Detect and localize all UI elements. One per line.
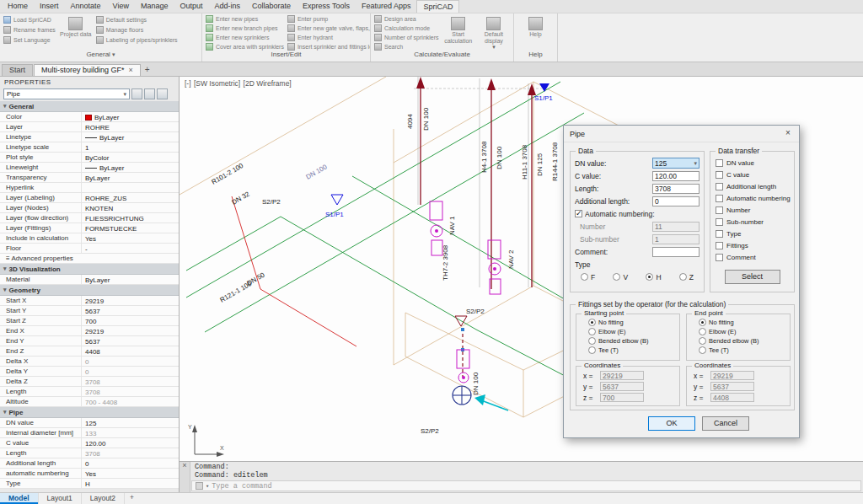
viewport-view-control[interactable]: [SW Isometric] <box>194 79 240 88</box>
add-layout-button[interactable]: + <box>125 493 139 504</box>
default-settings-button[interactable]: Default settings <box>96 15 178 24</box>
calculation-mode-button[interactable]: Calculation mode <box>374 24 439 33</box>
transfer-c-value[interactable]: C value <box>710 169 794 180</box>
labeling-button[interactable]: Labeling of pipes/sprinklers <box>96 35 178 45</box>
start-bended-elbow-radio[interactable]: Bended elbow (B) <box>588 336 679 346</box>
select-objects-button[interactable] <box>144 88 155 99</box>
ribbon-tab-spricad[interactable]: SpriCAD <box>416 0 459 13</box>
doc-tab-close-icon[interactable]: × <box>129 66 133 74</box>
ok-button[interactable]: OK <box>648 416 695 431</box>
rename-frames-button[interactable]: Rename frames <box>3 25 56 35</box>
start-tee-radio[interactable]: Tee (T) <box>588 346 679 355</box>
dialog-close-icon[interactable]: × <box>777 126 799 142</box>
ribbon-tab-featured-apps[interactable]: Featured Apps <box>356 0 417 13</box>
design-area-button[interactable]: Design area <box>374 15 439 24</box>
load-spricad-button[interactable]: Load SpriCAD <box>3 15 56 24</box>
enter-gate-valve-button[interactable]: Enter new gate valve, flaps, valves <box>287 24 370 33</box>
end-tee-radio[interactable]: Tee (T) <box>699 346 790 355</box>
starting-point-group: Starting point No fitting Elbow (E) Bend… <box>576 314 680 361</box>
pipe-label: DN 100 <box>472 372 480 395</box>
section-header-3d-visualization[interactable]: ▾3D Visualization <box>0 264 179 275</box>
transfer-comment[interactable]: Comment <box>710 251 794 263</box>
section-header-geometry[interactable]: ▾Geometry <box>0 285 179 296</box>
ribbon-tab-manage[interactable]: Manage <box>135 0 174 13</box>
doc-tab-active[interactable]: Multi-storey building GF* × <box>34 64 141 76</box>
end-elbow-radio[interactable]: Elbow (E) <box>699 327 790 336</box>
length-field[interactable]: 3708 <box>652 184 700 194</box>
transfer-number[interactable]: Number <box>710 204 794 216</box>
additional-length-field[interactable]: 0 <box>652 196 700 206</box>
type-radio-h[interactable]: H <box>646 273 661 281</box>
automatic-numbering-checkbox[interactable] <box>575 210 582 217</box>
set-language-button[interactable]: Set Language <box>3 35 56 45</box>
ribbon-tab-annotate[interactable]: Annotate <box>65 0 107 13</box>
advanced-properties-row[interactable]: ≡ Advanced properties <box>0 254 179 264</box>
y-label: y = <box>583 383 597 391</box>
type-radio-v[interactable]: V <box>613 273 628 281</box>
object-type-dropdown[interactable]: Pipe ▾ <box>3 88 130 99</box>
quick-select-button[interactable] <box>157 88 168 99</box>
dialog-title-bar[interactable]: Pipe × <box>564 126 799 142</box>
comment-field[interactable] <box>652 247 700 257</box>
type-radio-z[interactable]: Z <box>679 273 694 281</box>
ribbon-tab-express-tools[interactable]: Express Tools <box>297 0 356 13</box>
section-header-general[interactable]: ▾General <box>0 101 179 112</box>
enter-new-pipes-button[interactable]: Enter new pipes <box>206 15 284 24</box>
dn-value-dropdown[interactable]: 125▾ <box>652 158 700 169</box>
transfer-subnumber[interactable]: Sub-number <box>710 216 794 228</box>
doc-tab-start[interactable]: Start <box>2 64 33 76</box>
selected-pipe[interactable] <box>461 328 464 377</box>
end-bended-elbow-radio[interactable]: Bended elbow (B) <box>699 336 790 346</box>
start-elbow-radio[interactable]: Elbow (E) <box>588 327 679 336</box>
insert-legend-button[interactable]: Insert sprinkler and fittings legend <box>287 42 370 51</box>
number-of-sprinklers-button[interactable]: Number of sprinklers <box>374 34 439 42</box>
command-window-close-button[interactable]: × <box>180 462 190 493</box>
ribbon-tab-view[interactable]: View <box>107 0 135 13</box>
viewport-controls: [-] [SW Isometric] [2D Wireframe] <box>185 79 292 88</box>
manage-floors-button[interactable]: Manage floors <box>96 25 178 35</box>
transfer-type[interactable]: Type <box>710 228 794 239</box>
select-transfer-button[interactable]: Select <box>725 270 780 284</box>
grip-start[interactable] <box>461 328 464 331</box>
section-header-pipe[interactable]: ▾Pipe <box>0 407 179 418</box>
property-row-layer: LayerROHRE <box>0 122 179 132</box>
c-value-field[interactable]: 120.00 <box>652 171 700 181</box>
enter-new-sprinklers-button[interactable]: Enter new sprinklers <box>206 34 284 42</box>
panel-caption-general[interactable]: General ▾ <box>0 51 201 62</box>
type-radio-f[interactable]: F <box>581 273 595 281</box>
cancel-button[interactable]: Cancel <box>702 416 749 431</box>
start-no-fitting-radio[interactable]: No fitting <box>588 318 679 327</box>
default-display-button[interactable]: Default display ▾ <box>478 15 510 51</box>
transfer-automatic-numbering[interactable]: Automatic numbering <box>710 192 794 204</box>
project-data-button[interactable]: Project data <box>59 15 93 51</box>
tab-model[interactable]: Model <box>0 493 39 504</box>
viewport-visual-style-control[interactable]: [2D Wireframe] <box>244 79 292 88</box>
transfer-additional-length[interactable]: Additional length <box>710 180 794 192</box>
ribbon-tab-addins[interactable]: Add-ins <box>208 0 246 13</box>
enter-hydrant-button[interactable]: Enter hydrant <box>287 34 370 42</box>
start-calculation-button[interactable]: Start calculation <box>442 15 474 51</box>
transfer-dn-value[interactable]: DN value <box>710 157 794 169</box>
viewport-menu-control[interactable]: [-] <box>185 79 191 88</box>
ribbon-tab-collaborate[interactable]: Collaborate <box>246 0 297 13</box>
property-row-layer-flow: Layer (flow direction)FLIESSRICHTUNG <box>0 213 179 223</box>
cover-area-button[interactable]: Cover area with sprinklers <box>206 42 284 51</box>
panel-caret-icon: ▾ <box>112 51 115 57</box>
toggle-pickadd-button[interactable] <box>131 88 142 99</box>
enter-new-branch-pipes-button[interactable]: Enter new branch pipes <box>206 24 284 33</box>
ribbon-tab-home[interactable]: Home <box>2 0 34 13</box>
tab-layout1[interactable]: Layout1 <box>39 493 82 504</box>
ribbon-tab-insert[interactable]: Insert <box>34 0 65 13</box>
tab-layout2[interactable]: Layout2 <box>82 493 125 504</box>
svg-text:X: X <box>220 445 224 451</box>
help-button[interactable]: Help <box>519 15 553 51</box>
command-input[interactable]: ▾ Type a command <box>191 480 861 491</box>
doc-tab-add-button[interactable]: + <box>142 65 155 76</box>
ribbon-panel-help: Help Help <box>514 13 558 62</box>
transfer-fittings[interactable]: Fittings <box>710 239 794 251</box>
dn-value-label: DN value: <box>575 159 650 168</box>
search-button[interactable]: Search <box>374 42 439 51</box>
enter-pump-button[interactable]: Enter pump <box>287 15 370 24</box>
ribbon-tab-output[interactable]: Output <box>174 0 208 13</box>
end-no-fitting-radio[interactable]: No fitting <box>699 318 790 327</box>
